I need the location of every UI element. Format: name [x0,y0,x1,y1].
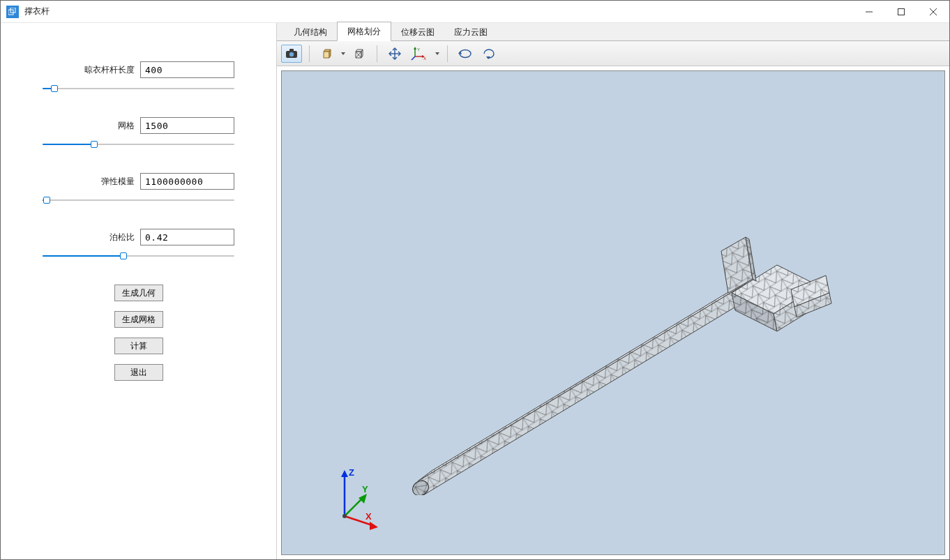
app-icon [6,6,19,18]
wireframe-button[interactable] [349,45,370,63]
camera-button[interactable] [281,45,302,63]
titlebar: 撑衣杆 [1,1,949,23]
svg-text:X: X [423,56,426,61]
svg-marker-12 [341,52,345,55]
svg-marker-21 [414,47,416,50]
minimize-button[interactable] [853,1,885,22]
generate-geometry-button[interactable]: 生成几何 [114,285,163,301]
compute-button[interactable]: 计算 [114,338,163,354]
exit-button[interactable]: 退出 [114,364,163,381]
param-mesh-label: 网格 [118,120,135,132]
box-view-button[interactable] [317,45,338,63]
generate-mesh-button[interactable]: 生成网格 [114,311,163,328]
tabs: 几何结构 网格划分 位移云图 应力云图 [277,23,949,41]
tab-displacement[interactable]: 位移云图 [391,23,444,41]
param-mesh: 网格 [43,117,234,149]
param-modulus: 弹性模量 [43,173,234,205]
toolbar-sep [377,45,377,62]
titlebar-left: 撑衣杆 [1,6,50,18]
sidebar: 晾衣杆杆长度 网格 [1,23,276,559]
param-mesh-input[interactable] [140,117,234,134]
actions: 生成几何 生成网格 计算 退出 [43,285,234,381]
toolbar-sep [309,45,310,62]
window-controls [853,1,949,22]
param-poisson-input[interactable] [140,229,234,245]
rotate-left-button[interactable] [455,45,476,63]
tab-stress[interactable]: 应力云图 [444,23,497,41]
svg-marker-32 [418,286,747,495]
svg-point-50 [342,514,347,518]
mesh-model [400,195,833,495]
param-length-input[interactable] [140,61,234,78]
content: 晾衣杆杆长度 网格 [1,23,949,559]
app-title: 撑衣杆 [24,6,50,17]
svg-rect-3 [898,8,905,15]
svg-text:X: X [365,511,372,522]
tab-mesh[interactable]: 网格划分 [337,22,391,41]
svg-marker-42 [341,470,348,477]
param-length-label: 晾衣杆杆长度 [84,64,135,76]
axes-button[interactable]: Y X [408,45,432,63]
svg-line-24 [412,56,415,60]
axes-dropdown[interactable] [435,45,440,63]
maximize-button[interactable] [885,1,917,22]
svg-text:Y: Y [417,47,420,52]
param-mesh-slider[interactable] [43,139,234,149]
param-modulus-input[interactable] [140,173,234,190]
svg-marker-11 [329,50,331,58]
tab-geometry[interactable]: 几何结构 [284,23,337,41]
svg-point-8 [289,52,294,56]
viewport-3d[interactable]: Z Y X [281,70,945,555]
param-poisson: 泊松比 [43,229,234,261]
pan-button[interactable] [384,45,405,63]
param-modulus-label: 弹性模量 [101,176,135,188]
box-view-dropdown[interactable] [340,45,346,63]
svg-rect-7 [289,49,294,52]
param-modulus-slider[interactable] [43,195,234,205]
param-poisson-label: 泊松比 [110,232,135,243]
param-length-slider[interactable] [43,84,234,93]
svg-marker-10 [324,52,329,58]
svg-marker-48 [370,522,378,530]
svg-marker-27 [435,52,439,55]
main: 几何结构 网格划分 位移云图 应力云图 [276,23,949,559]
param-poisson-slider[interactable] [43,251,234,261]
app-window: 撑衣杆 晾衣杆杆长度 [0,0,950,560]
close-button[interactable] [917,1,949,22]
toolbar-sep [447,45,448,62]
viewer-toolbar: Y X [277,41,949,66]
param-length: 晾衣杆杆长度 [43,61,234,93]
rotate-right-button[interactable] [478,45,499,63]
svg-text:Z: Z [349,467,354,478]
orientation-triad: Z Y X [331,467,393,530]
svg-marker-15 [361,50,363,58]
svg-text:Y: Y [362,484,368,494]
